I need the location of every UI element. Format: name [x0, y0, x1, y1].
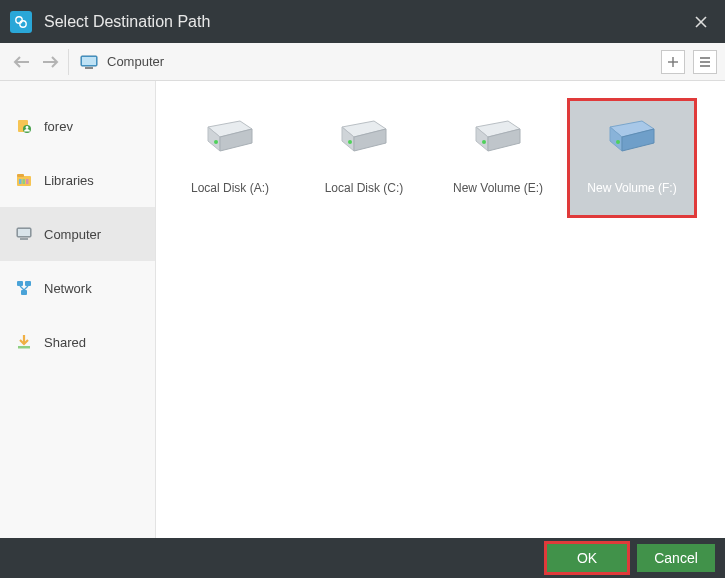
drive-grid: Local Disk (A:) Local Disk (C:) New Volu… [156, 81, 725, 538]
computer-icon [14, 224, 34, 244]
svg-line-28 [20, 286, 24, 290]
svg-rect-25 [17, 281, 23, 286]
drive-icon [336, 107, 392, 171]
nav-forward-button[interactable] [36, 48, 64, 76]
svg-point-34 [214, 140, 218, 144]
svg-rect-19 [19, 179, 22, 184]
network-icon [14, 278, 34, 298]
drive-label: Local Disk (C:) [325, 181, 404, 195]
drive-label: Local Disk (A:) [191, 181, 269, 195]
sidebar-item-computer[interactable]: Computer [0, 207, 155, 261]
svg-point-16 [26, 126, 29, 129]
new-folder-button[interactable] [661, 50, 685, 74]
cancel-button[interactable]: Cancel [637, 544, 715, 572]
window-title: Select Destination Path [44, 13, 687, 31]
sidebar-item-user[interactable]: forev [0, 99, 155, 153]
nav-back-button[interactable] [8, 48, 36, 76]
sidebar-item-shared[interactable]: Shared [0, 315, 155, 369]
view-list-button[interactable] [693, 50, 717, 74]
svg-rect-18 [17, 174, 24, 177]
shared-icon [14, 332, 34, 352]
libraries-icon [14, 170, 34, 190]
drive-item[interactable]: Local Disk (A:) [166, 99, 294, 217]
sidebar-item-label: Network [44, 281, 92, 296]
sidebar: forev Libraries Computer Network [0, 81, 156, 538]
drive-icon [202, 107, 258, 171]
svg-rect-26 [25, 281, 31, 286]
svg-line-29 [24, 286, 28, 290]
close-icon [694, 15, 708, 29]
drive-item[interactable]: Local Disk (C:) [300, 99, 428, 217]
drive-item[interactable]: New Volume (E:) [434, 99, 562, 217]
svg-point-0 [16, 16, 22, 22]
svg-rect-24 [20, 238, 28, 240]
sidebar-item-libraries[interactable]: Libraries [0, 153, 155, 207]
arrow-right-icon [40, 54, 60, 70]
computer-icon [79, 54, 99, 70]
svg-point-46 [616, 140, 620, 144]
list-icon [698, 55, 712, 69]
breadcrumb[interactable]: Computer [79, 54, 661, 70]
breadcrumb-text: Computer [107, 54, 164, 69]
ok-button[interactable]: OK [547, 544, 627, 572]
svg-rect-20 [23, 179, 26, 184]
plus-icon [666, 55, 680, 69]
toolbar-separator [68, 49, 69, 75]
sidebar-item-label: Shared [44, 335, 86, 350]
titlebar: Select Destination Path [0, 0, 725, 43]
svg-rect-7 [82, 57, 96, 65]
sidebar-item-network[interactable]: Network [0, 261, 155, 315]
svg-rect-8 [85, 67, 93, 69]
app-icon [10, 11, 32, 33]
sidebar-item-label: forev [44, 119, 73, 134]
drive-item-selected[interactable]: New Volume (F:) [568, 99, 696, 217]
svg-point-42 [482, 140, 486, 144]
svg-rect-27 [21, 290, 27, 295]
svg-point-38 [348, 140, 352, 144]
svg-rect-30 [18, 346, 30, 349]
toolbar: Computer [0, 43, 725, 81]
footer: OK Cancel [0, 538, 725, 578]
svg-point-1 [20, 20, 26, 26]
arrow-left-icon [12, 54, 32, 70]
close-button[interactable] [687, 8, 715, 36]
sidebar-item-label: Computer [44, 227, 101, 242]
svg-rect-21 [26, 179, 29, 184]
drive-label: New Volume (F:) [587, 181, 676, 195]
drive-icon [604, 107, 660, 171]
user-icon [14, 116, 34, 136]
svg-rect-23 [18, 229, 30, 236]
drive-icon [470, 107, 526, 171]
drive-label: New Volume (E:) [453, 181, 543, 195]
body: forev Libraries Computer Network [0, 81, 725, 538]
sidebar-item-label: Libraries [44, 173, 94, 188]
